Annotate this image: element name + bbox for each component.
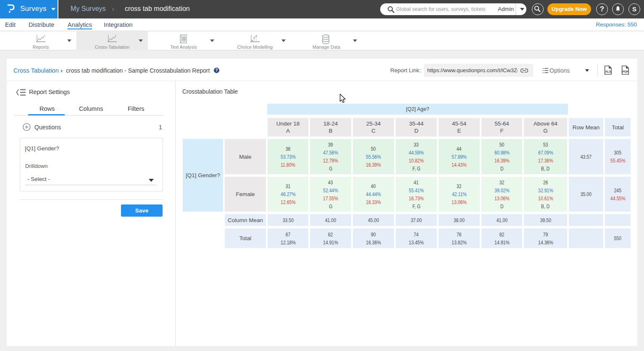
svg-text:XLS: XLS bbox=[605, 70, 612, 73]
svg-text:PDF: PDF bbox=[622, 70, 628, 73]
